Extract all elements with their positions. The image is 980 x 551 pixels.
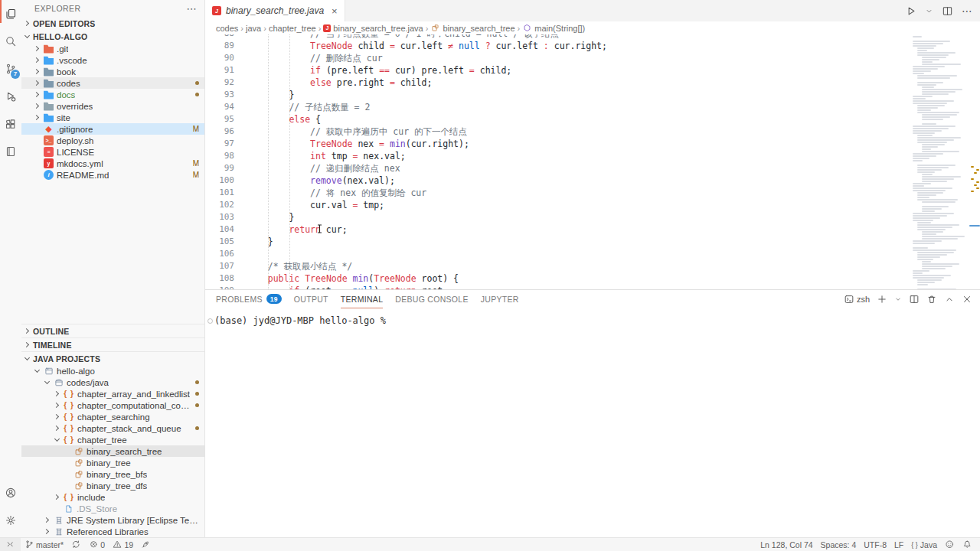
run-button[interactable] <box>905 5 916 17</box>
panel-tab-debug-console[interactable]: DEBUG CONSOLE <box>395 290 469 308</box>
explorer-icon[interactable] <box>0 0 21 28</box>
notebook-icon[interactable] <box>0 138 21 165</box>
search-icon[interactable] <box>0 28 21 55</box>
source-control-icon[interactable]: 7 <box>0 55 21 83</box>
run-debug-icon[interactable] <box>0 83 21 110</box>
panel-tab-problems[interactable]: PROBLEMS19 <box>216 290 282 308</box>
tree-item-deploy.sh[interactable]: >_deploy.sh <box>21 135 204 146</box>
status-language-mode[interactable]: { }Java <box>907 538 941 551</box>
more-actions-icon[interactable]: ⋯ <box>187 3 197 15</box>
status-encoding[interactable]: UTF-8 <box>860 538 890 551</box>
minimap[interactable] <box>911 36 969 289</box>
tree-item-binary_tree_bfs[interactable]: binary_tree_bfs <box>21 468 204 480</box>
tree-item-chapter_tree[interactable]: { }chapter_tree <box>21 434 204 445</box>
section-label: TIMELINE <box>33 341 72 350</box>
breadcrumb-item-main-string---[interactable]: main(String[]) <box>522 23 585 33</box>
breadcrumb-item-codes[interactable]: codes <box>216 24 238 33</box>
section-timeline[interactable]: TIMELINE <box>21 337 204 351</box>
status-java-status[interactable] <box>137 538 155 551</box>
tree-item-chapter_computational_complexity[interactable]: { }chapter_computational_complexity <box>21 399 204 411</box>
more-actions-icon[interactable]: ⋯ <box>962 5 972 17</box>
split-editor-icon[interactable] <box>942 5 953 17</box>
tree-item-codes-java[interactable]: codes/java <box>21 377 204 388</box>
tree-item-binary_search_tree[interactable]: binary_search_tree <box>21 445 204 457</box>
overview-ruler[interactable] <box>969 34 980 289</box>
section-open-editors[interactable]: OPEN EDITORS <box>21 17 204 30</box>
badge: 7 <box>11 70 20 79</box>
tree-item-chapter_searching[interactable]: { }chapter_searching <box>21 411 204 422</box>
status-git-branch[interactable]: master* <box>21 538 68 551</box>
settings-icon[interactable] <box>0 507 21 534</box>
close-tab-icon[interactable]: × <box>332 5 338 17</box>
status-cursor-position[interactable]: Ln 128, Col 74 <box>756 538 816 551</box>
tree-item-license[interactable]: ≡LICENSE <box>21 146 204 158</box>
tree-item-site[interactable]: site <box>21 112 204 123</box>
minimap-line <box>922 64 961 65</box>
tree-item-.ds_store[interactable]: .DS_Store <box>21 503 204 514</box>
code-line: 106 <box>205 248 980 260</box>
code-editor[interactable]: 88 // 当子结点数量 = 0 / 1 时，child = null / 该子… <box>205 34 980 289</box>
status-notifications[interactable] <box>959 538 976 551</box>
tree-item-label: chapter_computational_complexity <box>77 401 192 410</box>
tree-item-.vscode[interactable]: .vscode <box>21 54 204 66</box>
shell-selector[interactable]: zsh <box>844 294 870 305</box>
minimap-line <box>922 236 965 237</box>
tree-item-jre-system-library--eclipse-temurin-17--17....[interactable]: JRE System Library [Eclipse Temurin 17 [… <box>21 514 204 526</box>
terminal-dropdown-icon[interactable] <box>894 295 902 303</box>
tree-item-referenced-libraries[interactable]: Referenced Libraries <box>21 526 204 537</box>
tree-item-binary_tree[interactable]: binary_tree <box>21 457 204 468</box>
tree-item-hello-algo[interactable]: hello-algo <box>21 365 204 377</box>
tree-item-codes[interactable]: codes <box>21 77 204 89</box>
minimap-line <box>917 254 947 256</box>
panel-tab-jupyter[interactable]: JUPYTER <box>481 290 519 308</box>
section-java-projects[interactable]: JAVA PROJECTS <box>21 351 204 365</box>
tree-item-label: .gitignore <box>57 125 93 134</box>
package-braces-icon: { } <box>64 412 74 421</box>
chevron-right-icon <box>44 528 51 535</box>
minimap-line <box>922 86 934 88</box>
status-eol[interactable]: LF <box>890 538 907 551</box>
tree-item-binary_tree_dfs[interactable]: binary_tree_dfs <box>21 480 204 491</box>
tree-item-mkdocs.yml[interactable]: ymkdocs.ymlM <box>21 158 204 169</box>
tree-item-include[interactable]: { }include <box>21 491 204 503</box>
minimap-line <box>922 266 952 267</box>
account-icon[interactable] <box>0 479 21 507</box>
panel-tab-terminal[interactable]: TERMINAL <box>341 290 384 308</box>
status-indentation[interactable]: Spaces: 4 <box>817 538 861 551</box>
method-icon <box>522 23 532 33</box>
breadcrumb-item-binary_search_tree.java[interactable]: Jbinary_search_tree.java <box>323 24 423 33</box>
tree-item-.git[interactable]: .git <box>21 43 204 54</box>
status-warnings[interactable]: 19 <box>109 538 137 551</box>
status-feedback[interactable] <box>941 538 959 551</box>
tree-item-docs[interactable]: docs <box>21 89 204 100</box>
breadcrumb-item-binary_search_tree[interactable]: binary_search_tree <box>430 23 514 33</box>
maximize-panel-icon[interactable] <box>944 294 955 305</box>
split-terminal-icon[interactable] <box>909 294 920 305</box>
minimap-line <box>922 59 939 60</box>
tree-item-.gitignore[interactable]: ◆.gitignoreM <box>21 123 204 135</box>
section-outline[interactable]: OUTLINE <box>21 324 204 337</box>
status-errors[interactable]: 0 <box>85 538 109 551</box>
terminal[interactable]: (base) jyd@JYD-MBP hello-algo % <box>205 308 980 537</box>
close-panel-icon[interactable] <box>962 294 972 305</box>
tree-item-readme.md[interactable]: iREADME.mdM <box>21 169 204 181</box>
new-terminal-icon[interactable] <box>877 294 887 305</box>
panel-tab-output[interactable]: OUTPUT <box>294 290 328 308</box>
section-hello-algo[interactable]: HELLO-ALGO <box>21 30 204 43</box>
tree-item-book[interactable]: book <box>21 66 204 77</box>
status-sync[interactable] <box>67 538 85 551</box>
line-number: 95 <box>205 113 234 126</box>
tree-item-chapter_stack_and_queue[interactable]: { }chapter_stack_and_queue <box>21 422 204 434</box>
tree-item-overrides[interactable]: overrides <box>21 100 204 112</box>
class-icon <box>74 469 83 479</box>
breadcrumb-item-java[interactable]: java <box>246 24 261 33</box>
extensions-icon[interactable] <box>0 110 21 138</box>
minimap-line <box>922 261 931 262</box>
status-remote-indicator[interactable] <box>0 538 21 551</box>
kill-terminal-icon[interactable] <box>926 294 937 305</box>
tab-binary-search-tree-java[interactable]: J binary_search_tree.java × <box>205 0 345 21</box>
folder-icon <box>44 78 54 88</box>
tree-item-chapter_array_and_linkedlist[interactable]: { }chapter_array_and_linkedlist <box>21 388 204 399</box>
breadcrumb-item-chapter_tree[interactable]: chapter_tree <box>269 24 316 33</box>
run-dropdown-icon[interactable] <box>925 7 933 15</box>
